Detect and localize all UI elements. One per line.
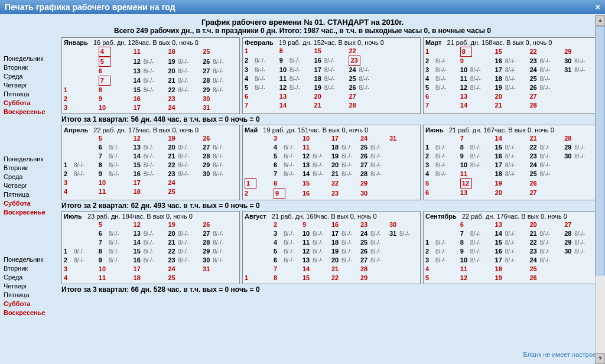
calendar-cell — [245, 238, 274, 247]
calendar-cell: 5 — [425, 178, 460, 188]
month-header: Март 21 раб. дн. 168час. В вых 0, ночь 0 — [425, 39, 599, 46]
calendar-cell: 21 8/-/- — [168, 238, 203, 247]
calendar-cell: 23 — [360, 220, 389, 229]
calendar-cell: 28 8/-/- — [203, 238, 238, 247]
calendar-cell: 12 — [134, 220, 168, 229]
calendar-cell: 27 8/-/- — [203, 67, 238, 76]
calendar-cell: 7 8/-/- — [99, 238, 134, 247]
calendar-cell: 9 8/-/- — [99, 256, 134, 265]
calendar-cell: 14 8/-/- — [495, 229, 530, 238]
calendar-cell: 28 — [360, 265, 389, 274]
calendar-cell: 22 8/-/- — [529, 238, 564, 247]
report-title: График рабочего времени № 01. СТАНДАРТ н… — [4, 18, 601, 27]
calendar-cell: 21 8/-/- — [168, 76, 203, 86]
calendar-cell: 13 — [460, 92, 495, 101]
month-header: Сентябрь 22 раб. дн. 176час. В вых 0, но… — [425, 213, 599, 220]
calendar-cell: 4 8/-/- — [274, 143, 302, 152]
calendar-cell: 30 8/-/- — [564, 152, 599, 161]
calendar-cell: 15 8/-/- — [134, 161, 168, 170]
weekday-labels: ПонедельникВторникСредаЧетвергПятницаСуб… — [4, 54, 58, 116]
close-icon[interactable]: × — [596, 2, 600, 12]
month-jul: Июль 23 раб. дн. 184час. В вых 0, ночь 0… — [61, 211, 240, 284]
calendar-cell: 20 8/-/- — [331, 161, 360, 170]
scroll-down-icon[interactable]: ▼ — [596, 353, 605, 359]
calendar-cell — [64, 57, 99, 67]
calendar-cell: 15 — [302, 274, 331, 282]
calendar-cell: 18 — [495, 265, 530, 274]
calendar-cell: 11 — [460, 170, 495, 178]
calendar-cell: 22 8/-/- — [168, 247, 203, 256]
calendar-cell: 15 8/-/- — [134, 247, 168, 256]
calendar-cell: 18 8/-/- — [331, 143, 360, 152]
calendar-cell: 3 8/-/- — [425, 256, 460, 265]
calendar-cell — [245, 152, 274, 161]
calendar-cell: 22 8/-/- — [168, 86, 203, 95]
calendar-cell: 25 8/-/- — [360, 238, 389, 247]
calendar-cell: 23 8/-/- — [529, 57, 564, 66]
calendar-cell: 25 8/-/- — [360, 143, 389, 152]
calendar-cell: 8 — [274, 178, 302, 188]
calendar-cell: 17 8/-/- — [331, 229, 360, 238]
calendar-cell: 20 — [495, 188, 530, 197]
weekday-labels: ПонедельникВторникСредаЧетвергПятницаСуб… — [4, 155, 58, 217]
weekday-label: Вторник — [4, 264, 58, 273]
calendar-cell: 25 8/-/- — [349, 74, 383, 83]
calendar-cell: 23 8/-/- — [529, 152, 564, 161]
calendar-cell: 18 8/-/- — [495, 170, 530, 178]
calendar-cell: 1 8/-/- — [64, 247, 99, 256]
calendar-cell: 7 8/-/- — [460, 229, 495, 238]
calendar-cell — [564, 74, 599, 83]
calendar-cell: 27 — [349, 92, 383, 101]
calendar-cell — [564, 161, 599, 170]
calendar-cell: 26 — [203, 134, 238, 143]
weekday-label: Четверг — [4, 181, 58, 190]
calendar-cell: 28 8/-/- — [203, 76, 238, 86]
calendar-cell: 3 — [64, 103, 99, 112]
calendar-cell: 9 — [274, 188, 302, 199]
calendar-cell: 7 — [425, 101, 460, 110]
calendar-cell: 17 8/-/- — [495, 161, 530, 170]
calendar-cell: 1 — [425, 47, 460, 57]
calendar-cell: 15 — [302, 178, 331, 188]
calendar-cell — [64, 76, 99, 86]
calendar-cell: 13 8/-/- — [134, 67, 168, 76]
calendar-cell: 1 — [245, 47, 279, 56]
calendar-cell: 9 — [460, 57, 495, 66]
calendar-cell: 12 8/-/- — [460, 83, 495, 92]
month-mar: Март 21 раб. дн. 168час. В вых 0, ночь 0… — [423, 37, 601, 114]
calendar-cell: 29 8/-/- — [564, 143, 599, 152]
calendar-cell: 10 — [99, 265, 134, 274]
calendar-cell: 15 — [495, 47, 530, 57]
calendar-cell: 11 — [134, 47, 168, 57]
calendar-cell: 11 — [99, 274, 134, 282]
calendar-cell: 7 8/-/- — [274, 170, 302, 178]
calendar-cell: 18 — [134, 187, 168, 196]
calendar-cell: 10 8/-/- — [279, 66, 314, 74]
calendar-cell: 13 — [495, 220, 530, 229]
month-jan: Январь 16 раб. дн. 128час. В вых 0, ночь… — [61, 37, 240, 114]
calendar-cell — [64, 238, 99, 247]
vertical-scrollbar[interactable]: ▲ ▼ — [595, 15, 605, 359]
weekday-label: Пятница — [4, 90, 58, 99]
scroll-up-icon[interactable]: ▲ — [596, 15, 605, 26]
calendar-cell: 20 8/-/- — [168, 229, 203, 238]
calendar-cell: 13 — [279, 92, 314, 101]
calendar-cell: 5 8/-/- — [425, 83, 460, 92]
calendar-cell: 29 — [360, 178, 389, 188]
calendar-cell: 14 — [460, 101, 495, 110]
calendar-cell: 21 8/-/- — [529, 229, 564, 238]
calendar-cell: 7 8/-/- — [99, 152, 134, 161]
calendar-cell: 4 8/-/- — [425, 74, 460, 83]
calendar-cell: 12 — [134, 134, 168, 143]
scroll-thumb[interactable] — [596, 26, 605, 275]
calendar-cell: 16 8/-/- — [495, 247, 530, 256]
calendar-cell: 21 8/-/- — [331, 170, 360, 178]
calendar-cell: 29 8/-/- — [203, 247, 238, 256]
calendar-cell: 18 8/-/- — [495, 74, 530, 83]
calendar-cell: 31 8/-/- — [389, 229, 418, 238]
calendar-cell — [64, 229, 99, 238]
calendar-cell: 20 8/-/- — [168, 67, 203, 76]
calendar-cell: 11 8/-/- — [302, 238, 331, 247]
calendar-cell — [203, 178, 238, 187]
calendar-cell: 8 — [274, 274, 302, 282]
